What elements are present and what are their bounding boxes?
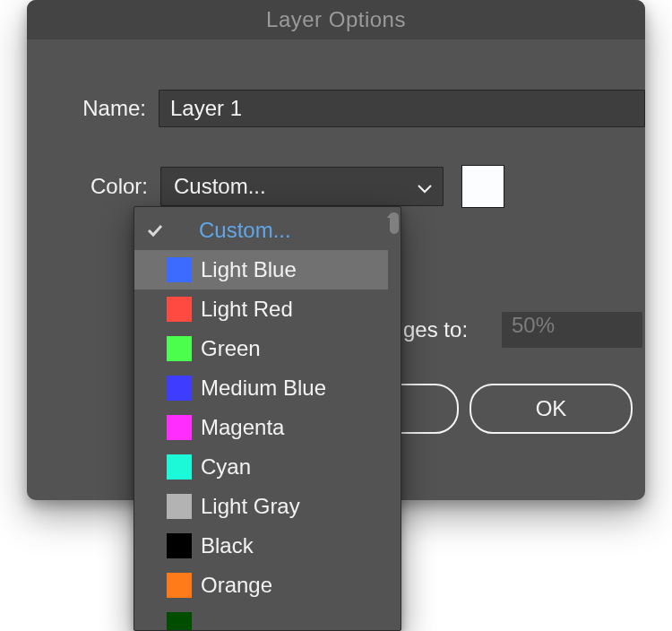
color-swatch-icon [167,336,192,361]
color-option[interactable]: Medium Blue [134,368,388,408]
color-option-label: Green [201,336,261,361]
chevron-down-icon [418,168,432,205]
name-label: Name: [27,96,159,121]
color-swatch-icon [167,454,192,480]
name-row: Name: [27,90,645,127]
color-option-label: Medium Blue [201,376,326,401]
color-option[interactable]: Light Gray [134,487,388,526]
dim-percent-input[interactable]: 50% [502,312,642,348]
color-option[interactable]: Orange [134,566,388,605]
color-option-label: Custom... [199,218,291,243]
color-select[interactable]: Custom... [160,167,444,206]
color-option-label: Cyan [201,454,251,480]
color-option[interactable]: Magenta [134,408,388,447]
color-option-label: Orange [201,573,272,598]
color-dropdown-popup[interactable]: Custom...Light BlueLight RedGreenMedium … [134,206,401,631]
color-swatch-icon [167,297,192,322]
color-swatch-icon [167,376,192,401]
color-swatch-icon [167,494,192,519]
color-option[interactable]: Light Red [134,290,388,329]
check-icon [143,223,167,238]
layer-name-input[interactable] [159,90,645,127]
color-label: Color: [27,174,160,199]
color-swatch-icon [167,612,192,631]
color-option[interactable]: Black [134,526,388,566]
color-option-label: Black [201,533,254,558]
color-option[interactable]: Green [134,329,388,368]
color-select-value: Custom... [174,168,266,205]
scrollbar-thumb[interactable] [390,212,399,234]
color-swatch-icon [167,573,192,598]
dialog-title: Layer Options [27,0,645,39]
color-swatch-icon [167,257,192,282]
color-swatch-icon [167,415,192,440]
color-option-label: Light Red [201,297,293,322]
color-option-label: Light Blue [201,257,297,282]
ok-button[interactable]: OK [470,384,633,434]
color-option[interactable]: Cyan [134,447,388,487]
stage: Layer Options Name: Color: Custom... [0,0,672,631]
current-color-swatch[interactable] [461,165,504,208]
color-swatch-icon [167,533,192,558]
dim-label: ges to: [403,317,468,342]
color-dropdown-list: Custom...Light BlueLight RedGreenMedium … [134,207,388,631]
color-option[interactable] [134,605,388,631]
color-option[interactable]: Custom... [134,211,388,250]
color-option[interactable]: Light Blue [134,250,388,290]
color-option-label: Magenta [201,415,284,440]
color-row: Color: Custom... [27,165,645,208]
color-option-label: Light Gray [201,494,300,519]
